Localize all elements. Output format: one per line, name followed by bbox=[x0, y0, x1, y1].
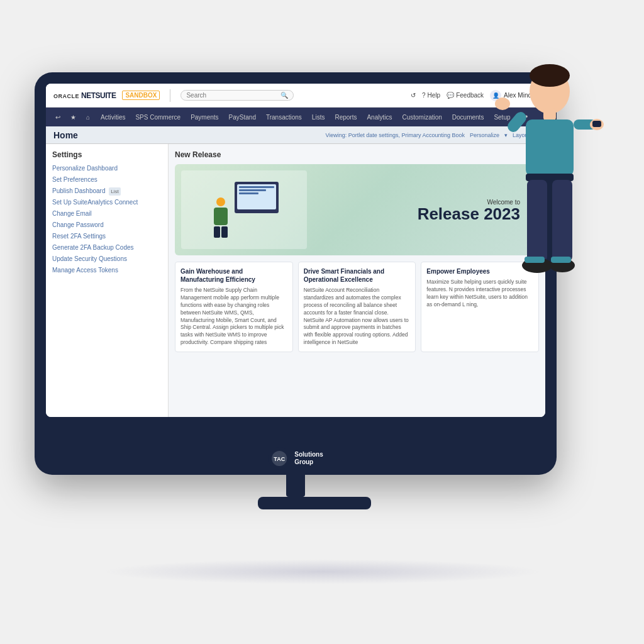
main-section-title: New Release bbox=[175, 150, 539, 159]
stand-neck bbox=[286, 475, 305, 497]
card-warehouse: Gain Warehouse and Manufacturing Efficie… bbox=[175, 262, 293, 352]
publish-badge: List bbox=[109, 187, 120, 196]
stand-base bbox=[258, 497, 371, 509]
search-box[interactable]: 🔍 bbox=[180, 90, 294, 101]
card-empower-text: Maximize Suite helping users quickly sui… bbox=[426, 279, 533, 309]
nav-analytics[interactable]: Analytics bbox=[362, 111, 396, 123]
help-icon: ? bbox=[422, 92, 426, 99]
page-title: Home bbox=[53, 130, 78, 140]
personalize-link[interactable]: Personalize bbox=[470, 132, 499, 138]
nav-paystand[interactable]: PayStand bbox=[225, 111, 260, 123]
sandbox-badge: SANDBOX bbox=[122, 91, 160, 100]
viewing-link[interactable]: Viewing: Portlet date settings, Primary … bbox=[325, 132, 464, 138]
cards-grid: Gain Warehouse and Manufacturing Efficie… bbox=[175, 262, 539, 352]
banner-illustration bbox=[181, 170, 307, 249]
layout-link[interactable]: Layout bbox=[513, 132, 530, 138]
nav-transactions[interactable]: Transactions bbox=[262, 111, 306, 123]
card-empower-title: Empower Employees bbox=[426, 267, 533, 275]
main-content: New Release bbox=[169, 144, 545, 417]
nav-reports[interactable]: Reports bbox=[330, 111, 361, 123]
nav-lists[interactable]: Lists bbox=[308, 111, 330, 123]
sidebar-change-password[interactable]: Change Password bbox=[52, 221, 162, 230]
sidebar-suiteanalytics[interactable]: Set Up SuiteAnalytics Connect bbox=[52, 198, 162, 207]
release-year: Release 2023 bbox=[418, 205, 520, 221]
nav-more-button[interactable]: ••• bbox=[516, 110, 532, 124]
monitor: ORACLE NETSUITE SANDBOX 🔍 ↺ ? H bbox=[35, 72, 557, 475]
topbar-divider bbox=[170, 89, 170, 102]
svg-point-9 bbox=[590, 119, 604, 130]
nav-favorites-button[interactable]: ★ bbox=[66, 110, 80, 124]
nav-back-button[interactable]: ↩ bbox=[51, 110, 65, 124]
feedback-button[interactable]: 💬 Feedback bbox=[447, 92, 484, 99]
homebar: Home Viewing: Portlet date settings, Pri… bbox=[46, 126, 545, 144]
release-banner: Welcome to Release 2023 bbox=[175, 164, 539, 255]
oracle-logo: ORACLE NETSUITE bbox=[53, 91, 116, 100]
card-financials-text: NetSuite Account Reconciliation standard… bbox=[304, 287, 411, 347]
tac-logo: TAC Solutions Group bbox=[268, 447, 323, 470]
nav-customization[interactable]: Customization bbox=[397, 111, 446, 123]
floor-shadow bbox=[102, 559, 542, 584]
sidebar-reset-2fa[interactable]: Reset 2FA Settings bbox=[52, 232, 162, 241]
sidebar: Settings Personalize Dashboard Set Prefe… bbox=[46, 144, 169, 417]
topbar: ORACLE NETSUITE SANDBOX 🔍 ↺ ? H bbox=[46, 84, 545, 108]
refresh-button[interactable]: ↺ bbox=[411, 92, 416, 99]
monitor-screen: ORACLE NETSUITE SANDBOX 🔍 ↺ ? H bbox=[46, 84, 545, 417]
logo: ORACLE NETSUITE SANDBOX bbox=[53, 91, 160, 100]
tac-text: Solutions Group bbox=[294, 451, 323, 466]
nav-home-button[interactable]: ⌂ bbox=[81, 110, 95, 124]
sidebar-backup-codes[interactable]: Generate 2FA Backup Codes bbox=[52, 243, 162, 252]
user-menu[interactable]: 👤 Alex Mincey bbox=[490, 90, 538, 101]
sidebar-access-tokens[interactable]: Manage Access Tokens bbox=[52, 266, 162, 275]
nav-setup[interactable]: Setup bbox=[489, 111, 514, 123]
svg-rect-17 bbox=[592, 121, 601, 127]
nav-activities[interactable]: Activities bbox=[96, 111, 130, 123]
oracle-text: ORACLE bbox=[53, 93, 79, 99]
nav-documents[interactable]: Documents bbox=[448, 111, 489, 123]
tac-circle: TAC bbox=[268, 447, 291, 470]
card-financials-title: Drive Smart Financials and Operational E… bbox=[304, 267, 411, 284]
sidebar-title: Settings bbox=[52, 150, 162, 159]
search-icon: 🔍 bbox=[280, 92, 288, 99]
homebar-right: Viewing: Portlet date settings, Primary … bbox=[325, 132, 538, 138]
release-text: Welcome to Release 2023 bbox=[418, 198, 520, 221]
refresh-icon: ↺ bbox=[411, 92, 416, 99]
sidebar-security-questions[interactable]: Update Security Questions bbox=[52, 255, 162, 264]
card-warehouse-title: Gain Warehouse and Manufacturing Efficie… bbox=[180, 267, 287, 284]
monitor-stand bbox=[258, 475, 333, 509]
topbar-actions: ↺ ? Help 💬 Feedback 👤 Alex Mincey bbox=[411, 90, 538, 101]
layout-chevron: ▾ bbox=[535, 132, 538, 138]
card-warehouse-text: From the NetSuite Supply Chain Managemen… bbox=[180, 287, 287, 347]
navbar: ↩ ★ ⌂ Activities SPS Commerce Payments P… bbox=[46, 108, 545, 126]
svg-rect-8 bbox=[574, 119, 596, 130]
svg-text:TAC: TAC bbox=[274, 456, 285, 462]
card-financials: Drive Smart Financials and Operational E… bbox=[298, 262, 416, 352]
content-area: Settings Personalize Dashboard Set Prefe… bbox=[46, 144, 545, 417]
sidebar-publish-dashboard[interactable]: Publish Dashboard List bbox=[52, 187, 162, 196]
sidebar-set-preferences[interactable]: Set Preferences bbox=[52, 175, 162, 184]
help-button[interactable]: ? Help bbox=[422, 92, 440, 99]
nav-sps-commerce[interactable]: SPS Commerce bbox=[131, 111, 185, 123]
nav-payments[interactable]: Payments bbox=[186, 111, 223, 123]
search-input[interactable] bbox=[186, 92, 278, 99]
sidebar-change-email[interactable]: Change Email bbox=[52, 209, 162, 218]
homebar-separator: ▾ bbox=[504, 132, 508, 138]
netsuite-text: NETSUITE bbox=[81, 91, 116, 100]
chat-icon: 💬 bbox=[447, 92, 454, 99]
user-avatar: 👤 bbox=[490, 90, 501, 101]
user-name: Alex Mincey bbox=[504, 92, 538, 99]
card-empower: Empower Employees Maximize Suite helping… bbox=[421, 262, 539, 352]
scene: ORACLE NETSUITE SANDBOX 🔍 ↺ ? H bbox=[0, 0, 644, 644]
sidebar-personalize-dashboard[interactable]: Personalize Dashboard bbox=[52, 164, 162, 173]
